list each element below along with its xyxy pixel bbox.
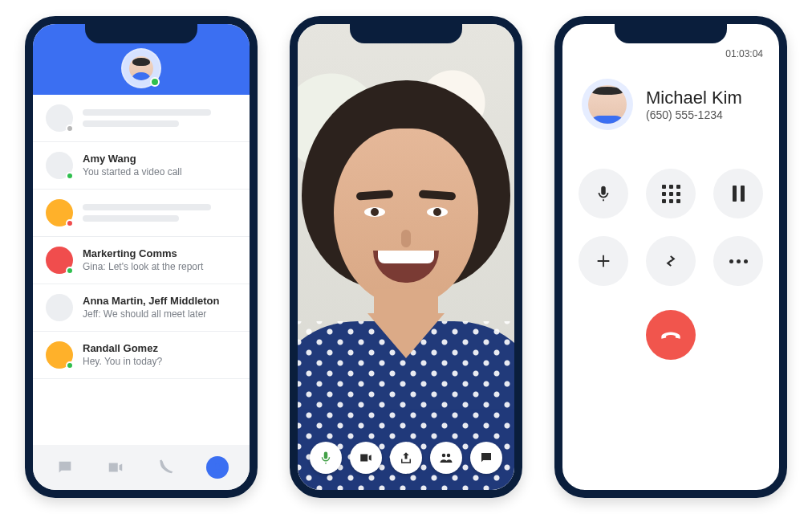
tab-chat[interactable]	[47, 450, 83, 485]
list-item[interactable]: Randall Gomez Hey. You in today?	[33, 332, 250, 379]
presence-indicator-icon	[66, 219, 74, 227]
active-call-phone: 01:03:04 Michael Kim (650) 555-1234	[554, 16, 787, 498]
list-item-body: Amy Wang You started a video call	[83, 153, 237, 177]
device-notch	[615, 22, 727, 43]
end-call-icon	[660, 324, 682, 346]
avatar-image	[588, 85, 627, 124]
chat-title: Randall Gomez	[83, 342, 237, 355]
chat-title: Markerting Comms	[83, 247, 237, 260]
chat-icon	[479, 451, 493, 465]
end-call-button[interactable]	[646, 310, 696, 360]
avatar	[46, 341, 73, 369]
tab-phone[interactable]	[149, 450, 185, 485]
avatar-image	[129, 56, 153, 80]
chat-title: Amy Wang	[83, 153, 237, 165]
share-icon	[399, 451, 413, 465]
phone-icon	[158, 459, 176, 476]
device-notch	[85, 22, 197, 43]
list-item-body: Markerting Comms Gina: Let's look at the…	[83, 247, 237, 272]
list-item-body	[83, 109, 237, 127]
call-duration: 01:03:04	[725, 48, 763, 59]
avatar	[46, 104, 73, 132]
chat-icon	[56, 459, 74, 476]
list-item-body	[83, 204, 237, 222]
transfer-icon	[662, 252, 680, 270]
avatar	[46, 294, 73, 321]
hold-button[interactable]	[713, 169, 763, 218]
skeleton-line	[83, 120, 179, 127]
list-item[interactable]	[33, 190, 250, 237]
chat-title: Anna Martin, Jeff Middleton	[83, 295, 237, 308]
list-item[interactable]: Amy Wang You started a video call	[33, 142, 250, 190]
pause-icon	[733, 186, 745, 202]
share-button[interactable]	[390, 442, 422, 474]
list-item[interactable]: Markerting Comms Gina: Let's look at the…	[33, 237, 250, 284]
chat-subtitle: You started a video call	[83, 166, 237, 178]
messages-phone: Amy Wang You started a video call Marker…	[25, 16, 258, 498]
add-call-button[interactable]	[579, 236, 628, 286]
conversation-list: Amy Wang You started a video call Marker…	[33, 95, 250, 445]
avatar	[46, 199, 73, 226]
video-icon	[107, 459, 124, 476]
call-actions-grid	[562, 169, 779, 286]
svg-point-0	[216, 463, 220, 467]
tab-video[interactable]	[98, 450, 133, 485]
current-user-avatar[interactable]	[123, 50, 160, 87]
dialpad-icon	[662, 185, 680, 203]
more-icon	[729, 259, 748, 263]
camera-button[interactable]	[350, 442, 382, 474]
video-call-phone	[290, 16, 522, 498]
chat-button[interactable]	[470, 442, 502, 474]
presence-indicator-icon	[66, 172, 74, 180]
skeleton-line	[83, 204, 211, 210]
presence-indicator-icon	[66, 124, 74, 133]
avatar	[46, 152, 73, 179]
presence-indicator-icon	[66, 267, 74, 275]
chat-subtitle: Gina: Let's look at the report	[83, 261, 237, 273]
contact-name: Michael Kim	[646, 88, 742, 108]
device-notch	[350, 22, 462, 43]
chat-subtitle: Hey. You in today?	[83, 356, 237, 368]
video-feed	[298, 24, 514, 490]
contact-info: Michael Kim (650) 555-1234	[646, 88, 742, 121]
list-item[interactable]: Anna Martin, Jeff Middleton Jeff: We sho…	[33, 284, 250, 332]
camera-icon	[359, 451, 373, 465]
profile-avatar-icon	[206, 456, 229, 479]
svg-point-1	[442, 454, 446, 458]
svg-point-2	[447, 454, 451, 458]
mute-button[interactable]	[579, 169, 628, 218]
tab-profile[interactable]	[200, 450, 235, 485]
transfer-button[interactable]	[646, 236, 696, 286]
plus-icon	[595, 252, 612, 270]
mic-icon	[319, 451, 333, 465]
list-item-body: Randall Gomez Hey. You in today?	[83, 342, 237, 367]
dialpad-button[interactable]	[646, 169, 696, 218]
skeleton-line	[83, 215, 179, 222]
list-item[interactable]	[33, 95, 250, 142]
skeleton-line	[83, 109, 211, 116]
contact-header: Michael Kim (650) 555-1234	[562, 59, 779, 137]
list-item-body: Anna Martin, Jeff Middleton Jeff: We sho…	[83, 295, 237, 320]
participants-icon	[439, 451, 453, 465]
presence-indicator-icon	[150, 77, 160, 87]
call-control-dock	[298, 442, 514, 474]
more-button[interactable]	[713, 236, 763, 286]
bottom-tabbar	[33, 445, 250, 490]
presence-indicator-icon	[66, 361, 74, 369]
contact-phone: (650) 555-1234	[646, 108, 742, 121]
contact-avatar	[582, 79, 633, 130]
participants-button[interactable]	[430, 442, 462, 474]
avatar	[46, 247, 73, 274]
mic-icon	[595, 185, 612, 202]
mute-button[interactable]	[310, 442, 342, 474]
chat-subtitle: Jeff: We should all meet later	[83, 308, 237, 320]
